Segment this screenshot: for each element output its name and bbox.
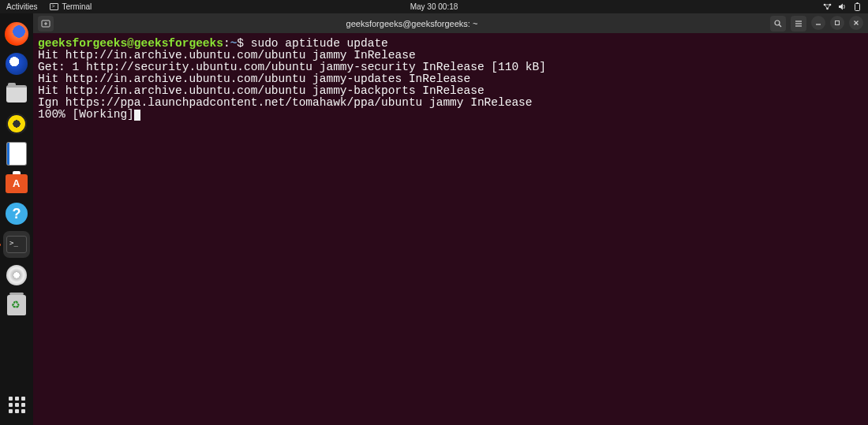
thunderbird-icon (6, 53, 28, 75)
svg-line-7 (780, 24, 782, 27)
search-button[interactable] (770, 16, 786, 32)
dock: ? (0, 13, 33, 425)
activities-button[interactable]: Activities (6, 2, 37, 11)
prompt-dollar: $ (237, 37, 244, 50)
maximize-button[interactable] (830, 16, 844, 30)
power-icon[interactable] (853, 2, 862, 11)
dock-trash[interactable] (4, 293, 29, 318)
show-applications-button[interactable] (4, 392, 29, 417)
network-icon[interactable] (823, 2, 832, 11)
dock-disc[interactable] (4, 263, 29, 288)
dock-rhythmbox[interactable] (4, 111, 29, 136)
titlebar: geeksforgeeks@geeksforgeeks: ~ (33, 13, 868, 33)
dock-software[interactable] (4, 171, 29, 196)
help-icon: ? (6, 203, 28, 225)
terminal-dock-icon (6, 236, 27, 253)
software-icon (6, 174, 28, 193)
dock-writer[interactable] (4, 141, 29, 166)
terminal-window: geeksforgeeks@geeksforgeeks: ~ geeksforg… (33, 13, 868, 425)
terminal-menu[interactable]: Terminal (50, 2, 92, 11)
close-button[interactable] (849, 16, 863, 30)
hamburger-menu-button[interactable] (791, 16, 806, 32)
files-icon (6, 85, 27, 103)
terminal-body[interactable]: geeksforgeeks@geeksforgeeks:~$ sudo apti… (33, 33, 868, 425)
svg-rect-3 (855, 4, 860, 11)
dock-terminal[interactable] (3, 231, 30, 258)
dock-firefox[interactable] (4, 21, 29, 47)
firefox-icon (5, 22, 28, 46)
volume-icon[interactable] (838, 2, 847, 11)
dock-thunderbird[interactable] (4, 51, 29, 76)
progress-line: 100% [Working] (38, 108, 134, 121)
dock-help[interactable]: ? (4, 201, 29, 226)
trash-icon (7, 295, 26, 315)
dock-files[interactable] (4, 81, 29, 106)
output-line: Hit http://in.archive.ubuntu.com/ubuntu … (38, 84, 485, 97)
window-title: geeksforgeeks@geeksforgeeks: ~ (54, 19, 770, 28)
command-text: sudo aptitude update (251, 37, 388, 50)
terminal-icon (50, 3, 58, 10)
output-line: Get: 1 http://security.ubuntu.com/ubuntu… (38, 61, 546, 73)
cursor (134, 110, 140, 121)
svg-rect-12 (836, 21, 840, 24)
disc-icon (6, 265, 27, 285)
gnome-top-bar: Activities Terminal May 30 00:18 (0, 0, 868, 13)
prompt-user: geeksforgeeks@geeksforgeeks (38, 37, 223, 50)
minimize-button[interactable] (811, 16, 825, 30)
new-tab-button[interactable] (38, 16, 54, 32)
svg-rect-4 (857, 2, 859, 4)
clock[interactable]: May 30 00:18 (410, 2, 458, 11)
output-line: Hit http://in.archive.ubuntu.com/ubuntu … (38, 73, 470, 85)
prompt-colon: : (223, 37, 230, 50)
rhythmbox-icon (6, 114, 27, 134)
svg-point-6 (775, 21, 780, 25)
writer-icon (7, 143, 26, 165)
terminal-menu-label: Terminal (62, 2, 92, 11)
output-line: Ign https://ppa.launchpadcontent.net/tom… (38, 96, 533, 109)
output-line: Hit http://in.archive.ubuntu.com/ubuntu … (38, 49, 416, 62)
